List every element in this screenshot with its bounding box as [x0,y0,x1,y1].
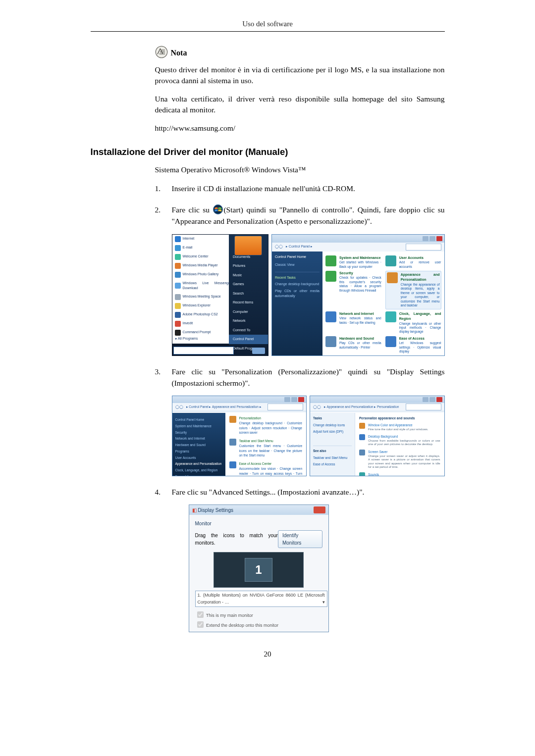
step-2: Fare clic su (Start) quindi su "Pannello… [155,204,445,356]
screenshot-display-settings: ◧ Display Settings Monitor Drag the icon… [189,504,329,632]
section-heading: Installazione del Driver del monitor (Ma… [91,147,445,157]
note-icon [155,46,168,58]
svg-point-1 [214,204,223,214]
drag-caption: Drag the icons to match your monitors. [195,532,278,547]
note-paragraph-1: Questo driver del monitor è in via di ce… [155,64,445,87]
monitor-thumb-1: 1 [245,558,272,582]
identify-monitors-button: Identify Monitors [278,530,322,548]
note-paragraph-2: Una volta certificato, il driver verrà r… [155,94,445,116]
close-icon [314,506,325,513]
main-monitor-checkbox: This is my main monitor [195,610,322,619]
start-orb-icon [213,204,223,215]
monitor-tab: Monitor [195,520,322,527]
window-title: ◧ Display Settings [192,506,233,514]
step-1: Inserire il CD di installazione manuale … [155,183,445,194]
page-number: 20 [91,650,445,658]
start-menu-right: Documents Pictures Music Games Search Re… [229,235,268,356]
user-avatar-icon [234,236,262,255]
header-rule [91,31,445,32]
step-3: Fare clic su "Personalization (Personali… [155,366,445,477]
power-button-icon [252,348,265,354]
screenshot-control-panel: ◯◯▸ Control Panel ▸ Control Panel Home C… [271,234,445,356]
screenshot-start-menu: Internet E-mail Welcome Center Windows M… [172,234,268,356]
start-search-input [173,347,234,354]
screenshot-appearance-list: ◯◯▸ Control Panel ▸ Appearance and Perso… [172,396,307,476]
start-menu-left: Internet E-mail Welcome Center Windows M… [172,235,234,344]
screenshot-personalization: ◯◯▸ Appearance and Personalization ▸ Per… [310,396,445,476]
note-label: Nota [171,49,187,58]
page-header: Uso del software [91,20,445,31]
extend-desktop-checkbox: Extend the desktop onto this monitor [195,620,322,629]
os-caption: Sistema Operativo Microsoft® Windows Vis… [155,164,445,175]
search-input [406,244,441,251]
monitor-preview: 1 [214,552,304,588]
step-4: Fare clic su "Advanced Settings... (Impo… [155,486,445,632]
monitor-dropdown: 1. (Multiple Monitors) on NVIDIA GeForce… [195,591,327,607]
note-url: http://www.samsung.com/ [155,123,445,134]
